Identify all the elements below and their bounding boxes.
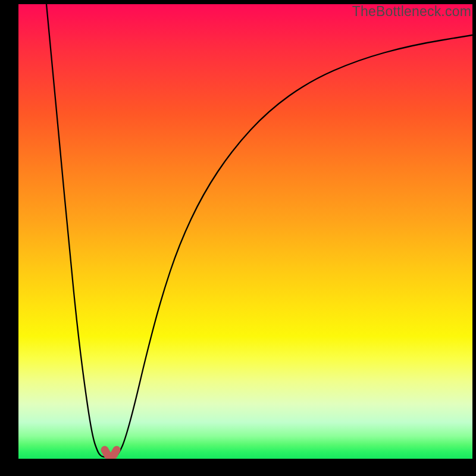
curve-group: [46, 4, 472, 457]
curve-left-branch: [46, 4, 107, 457]
chart-frame: TheBottleneck.com: [0, 0, 476, 476]
bottleneck-curve: [18, 4, 472, 459]
watermark-text: TheBottleneck.com: [352, 4, 471, 20]
curve-right-branch: [115, 35, 472, 457]
plot-area: [18, 4, 472, 459]
minimum-marker: [105, 450, 117, 456]
